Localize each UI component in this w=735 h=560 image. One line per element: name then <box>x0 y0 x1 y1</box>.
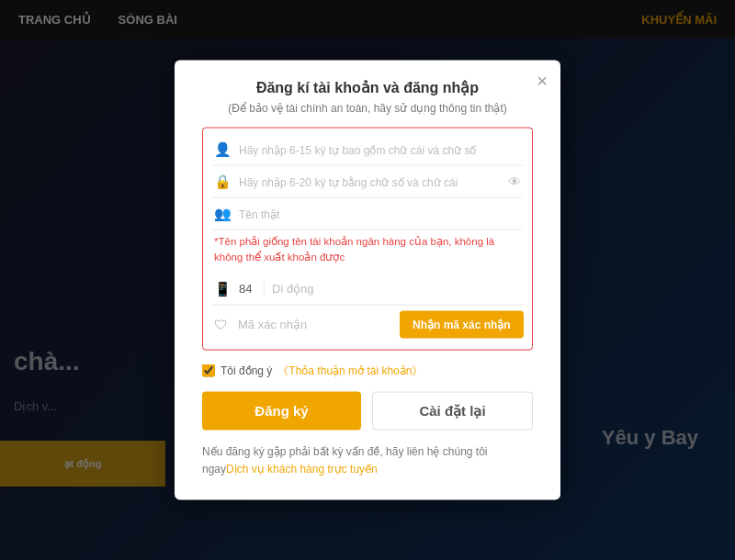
phone-input[interactable] <box>272 282 521 296</box>
agreement-link[interactable]: 《Thỏa thuận mở tài khoản》 <box>277 363 423 378</box>
shield-icon: 🛡 <box>214 317 231 332</box>
reset-button[interactable]: Cài đặt lại <box>372 391 533 430</box>
username-input[interactable] <box>239 142 521 156</box>
password-input[interactable] <box>239 174 501 188</box>
agreement-row: Tôi đồng ý 《Thỏa thuận mở tài khoản》 <box>202 363 533 378</box>
username-row: 👤 <box>212 134 523 166</box>
modal-title: Đăng kí tài khoản và đăng nhập <box>202 79 533 96</box>
realname-input[interactable] <box>239 207 521 220</box>
close-button[interactable]: × <box>537 72 548 90</box>
register-modal: × Đăng kí tài khoản và đăng nhập (Để bảo… <box>175 61 560 500</box>
verify-button[interactable]: Nhận mã xác nhận <box>400 310 524 338</box>
action-buttons: Đăng ký Cài đặt lại <box>202 391 533 430</box>
form-box: 👤 🔒 👁 👥 *Tên phải giống tên tài khoản ng… <box>202 128 533 351</box>
phone-code: 84 <box>239 282 265 296</box>
support-link[interactable]: Dịch vụ khách hàng trực tuyến <box>226 462 378 475</box>
modal-subtitle: (Để bảo vệ tài chính an toàn, hãy sử dụn… <box>202 102 533 115</box>
realname-row: 👥 <box>212 198 523 230</box>
phone-icon: 📱 <box>214 280 232 297</box>
password-row: 🔒 👁 <box>212 166 523 198</box>
user-icon: 👤 <box>214 141 232 158</box>
modal-footer: Nếu đăng ký gặp phải bất kỳ vấn đề, hãy … <box>202 442 533 477</box>
lock-icon: 🔒 <box>214 174 232 190</box>
agreement-checkbox[interactable] <box>202 364 215 377</box>
verify-row: 🛡 Nhận mã xác nhận <box>212 305 523 340</box>
warning-text: *Tên phải giống tên tài khoản ngân hàng … <box>214 234 521 266</box>
verify-input[interactable] <box>238 318 392 331</box>
phone-row: 📱 84 <box>212 273 523 305</box>
person-icon: 👥 <box>214 206 232 222</box>
register-button[interactable]: Đăng ký <box>202 391 361 430</box>
eye-icon[interactable]: 👁 <box>508 174 521 189</box>
checkbox-label: Tôi đồng ý <box>220 364 272 377</box>
